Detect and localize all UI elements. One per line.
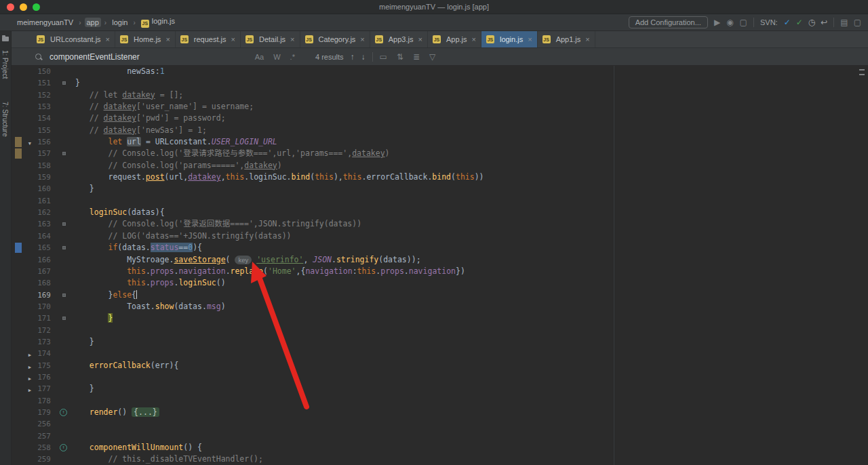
search-icon[interactable] xyxy=(35,53,43,61)
tab-close-icon[interactable]: × xyxy=(360,35,364,43)
search-replace-toggle-icon[interactable]: ⇅ xyxy=(397,53,403,61)
project-folder-icon[interactable] xyxy=(2,37,9,41)
gutter-marks xyxy=(12,312,32,324)
run-icon[interactable]: ▶ xyxy=(714,18,720,26)
filter-icon[interactable]: ▽ xyxy=(429,53,435,61)
restore-windows-icon[interactable]: ▢ xyxy=(854,18,861,26)
fold-column xyxy=(55,89,73,101)
previous-occurrence-icon[interactable]: ↑ xyxy=(351,52,355,62)
tab-close-icon[interactable]: × xyxy=(290,35,294,43)
code-text: // datakey['newSas'] = 1; xyxy=(73,125,868,136)
code-line: 167 this.props.navigation.replace('Home'… xyxy=(12,266,868,277)
fold-column xyxy=(55,101,73,113)
code-text: // Console.log('params=====',datakey) xyxy=(73,160,868,171)
fold-end-marker[interactable] xyxy=(62,294,66,297)
fold-end-marker[interactable] xyxy=(62,317,66,320)
tab-Category.js[interactable]: JSCategory.js× xyxy=(300,31,370,47)
tab-close-icon[interactable]: × xyxy=(165,35,170,43)
tab-login.js[interactable]: JSlogin.js× xyxy=(481,31,538,47)
breadcrumb-item-login.js[interactable]: JSlogin.js xyxy=(139,16,177,28)
line-number: 173 xyxy=(32,336,55,348)
gutter-marks xyxy=(12,183,32,195)
minimize-window-icon[interactable] xyxy=(20,3,27,11)
gutter-marks: ▶ xyxy=(12,383,32,395)
tab-close-icon[interactable]: × xyxy=(472,35,476,43)
override-method-icon[interactable]: ↑ xyxy=(60,409,67,416)
fold-column xyxy=(55,148,73,159)
match-case-toggle[interactable]: Aa xyxy=(255,53,264,61)
tab-App3.js[interactable]: JSApp3.js× xyxy=(370,31,428,47)
select-all-occurrences-icon[interactable]: ▭ xyxy=(380,53,387,61)
tab-close-icon[interactable]: × xyxy=(528,35,532,43)
commit-icon[interactable]: ✓ xyxy=(796,18,803,26)
sidebar-item-project[interactable]: 1: Project xyxy=(1,50,9,79)
line-number: 153 xyxy=(32,101,55,113)
tab-request.js[interactable]: JSrequest.js× xyxy=(176,31,241,47)
code-text: componentWillUnmount() { xyxy=(73,442,868,453)
tab-close-icon[interactable]: × xyxy=(106,35,110,43)
fold-end-marker[interactable] xyxy=(62,81,66,85)
ide-body: 1: Project 7: Structure JSURLconstant.js… xyxy=(0,31,868,465)
line-number: 165 xyxy=(32,242,55,254)
zoom-window-icon[interactable] xyxy=(33,3,40,11)
fold-column xyxy=(55,430,73,442)
traffic-lights xyxy=(7,3,40,11)
toolbar-separator xyxy=(833,18,834,27)
line-number: 152 xyxy=(32,89,55,101)
code-text: request.post(url,datakey,this.loginSuc.b… xyxy=(73,171,868,183)
find-separator xyxy=(372,52,373,62)
fold-column xyxy=(55,301,73,312)
gutter-marks: ▶ xyxy=(12,371,32,383)
tool-windows-icon[interactable]: ▤ xyxy=(840,18,848,26)
debug-icon[interactable]: ◉ xyxy=(726,18,733,26)
scrollbar-mark xyxy=(859,74,865,75)
breadcrumb-item-meimengyuanTV[interactable]: meimengyuanTV xyxy=(15,18,75,27)
update-project-icon[interactable]: ✓ xyxy=(784,18,791,26)
gutter-marks xyxy=(12,242,32,254)
fold-column xyxy=(55,395,73,407)
code-text: MyStroage.saveStorage( key 'userinfo', J… xyxy=(73,254,868,266)
more-options-icon[interactable]: ≣ xyxy=(413,53,420,61)
code-area[interactable]: 150 newSas:1151}152 // let datakey = [];… xyxy=(12,66,868,465)
fold-end-marker[interactable] xyxy=(62,246,66,249)
gutter-marks xyxy=(12,277,32,289)
override-method-icon[interactable]: ↑ xyxy=(60,444,67,451)
code-editor[interactable]: 150 newSas:1151}152 // let datakey = [];… xyxy=(12,66,868,465)
history-icon[interactable]: ◷ xyxy=(808,18,815,26)
stop-icon[interactable]: ▢ xyxy=(740,18,747,26)
tab-Home.js[interactable]: JSHome.js× xyxy=(115,31,176,47)
tab-App.js[interactable]: JSApp.js× xyxy=(428,31,481,47)
tab-close-icon[interactable]: × xyxy=(418,35,422,43)
sidebar-item-structure[interactable]: 7: Structure xyxy=(1,102,9,137)
navigation-bar: meimengyuanTV›app›login›JSlogin.js Add C… xyxy=(0,14,868,31)
close-window-icon[interactable] xyxy=(7,3,14,11)
tab-URLconstant.js[interactable]: JSURLconstant.js× xyxy=(32,31,115,47)
code-line: 165 if(datas.status==0){ xyxy=(12,242,868,254)
breadcrumb-item-app[interactable]: app xyxy=(85,18,101,27)
tab-close-icon[interactable]: × xyxy=(585,35,589,43)
scrollbar-mark xyxy=(859,69,865,70)
breadcrumb-item-login[interactable]: login xyxy=(110,18,130,27)
code-line: 152 // let datakey = []; xyxy=(12,89,868,101)
line-number: 160 xyxy=(32,183,55,195)
gutter-marks xyxy=(12,89,32,101)
rollback-icon[interactable]: ↩ xyxy=(821,18,827,26)
line-number: 257 xyxy=(32,430,55,442)
tab-close-icon[interactable]: × xyxy=(231,35,235,43)
next-occurrence-icon[interactable]: ↓ xyxy=(361,52,366,62)
tab-Detail.js[interactable]: JSDetail.js× xyxy=(241,31,300,47)
search-input[interactable]: componentEventListener xyxy=(50,52,140,62)
fold-column xyxy=(55,277,73,289)
code-text: // this._disableTVEventHandler(); xyxy=(73,453,868,465)
window-title: meimengyuanTV — login.js [app] xyxy=(0,3,868,11)
code-text xyxy=(73,395,868,407)
words-toggle[interactable]: W xyxy=(273,53,280,61)
code-text: loginSuc(datas){ xyxy=(73,207,868,218)
gutter-marks xyxy=(12,148,32,159)
add-configuration-button[interactable]: Add Configuration... xyxy=(629,16,708,28)
tab-App1.js[interactable]: JSApp1.js× xyxy=(538,31,595,47)
line-number: 158 xyxy=(32,160,55,171)
fold-end-marker[interactable] xyxy=(62,152,66,155)
regex-toggle[interactable]: .* xyxy=(290,53,295,61)
fold-end-marker[interactable] xyxy=(62,222,66,226)
